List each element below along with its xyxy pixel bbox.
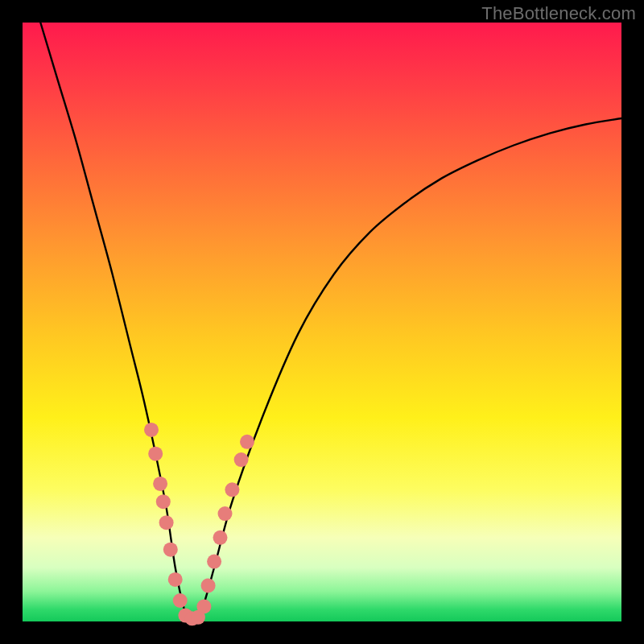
highlight-dot [148, 447, 163, 461]
highlight-dot [196, 599, 211, 613]
highlight-dot [168, 572, 183, 587]
highlight-dot [159, 515, 174, 530]
highlight-dot [213, 530, 228, 545]
highlight-dot [207, 555, 221, 569]
highlight-dot [218, 506, 233, 521]
highlight-dot [225, 482, 239, 497]
outer-frame: TheBottleneck.com [0, 0, 644, 644]
highlight-dots [144, 423, 254, 625]
highlight-dot [144, 423, 159, 437]
highlight-dot [234, 452, 249, 467]
bottleneck-curve [40, 23, 621, 623]
highlight-dot [163, 543, 178, 557]
highlight-dot [156, 494, 171, 509]
curve-layer [23, 23, 621, 621]
highlight-dot [173, 593, 188, 608]
highlight-dot [153, 477, 167, 491]
highlight-dot [240, 435, 254, 449]
highlight-dot [201, 578, 216, 592]
watermark-text: TheBottleneck.com [481, 3, 636, 24]
plot-area [23, 23, 621, 621]
